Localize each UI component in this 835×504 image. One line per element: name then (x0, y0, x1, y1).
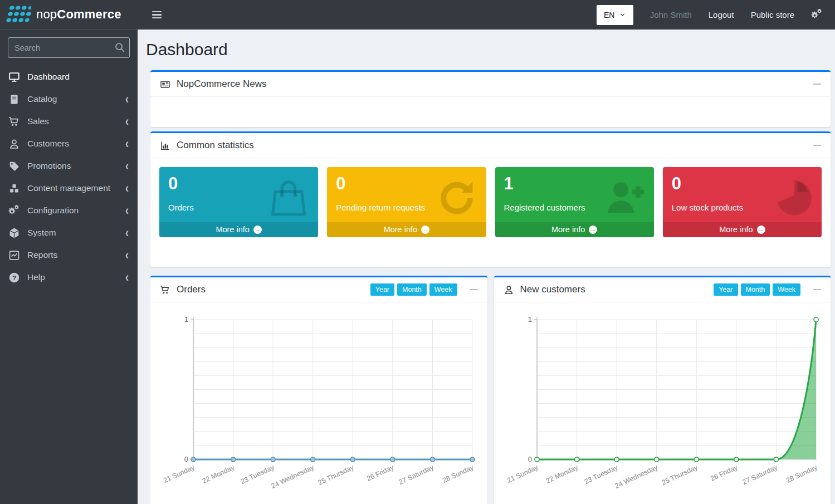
svg-text:27 Saturday: 27 Saturday (741, 463, 779, 486)
sidebar-item-system[interactable]: System ‹ (0, 222, 138, 244)
sidebar-item-dashboard[interactable]: Dashboard (0, 66, 138, 88)
sidebar-item-label: Help (27, 272, 45, 282)
language-select[interactable]: EN (597, 5, 633, 25)
month-button[interactable]: Month (397, 283, 427, 296)
search-input[interactable] (8, 37, 130, 58)
user-icon (504, 285, 514, 295)
orders-chart-title: Orders (160, 284, 206, 295)
chevron-left-icon: ‹ (125, 272, 129, 282)
chevron-left-icon: ‹ (125, 228, 129, 238)
svg-text:22 Monday: 22 Monday (544, 463, 579, 485)
monitor-icon (8, 71, 20, 83)
chevron-left-icon: ‹ (125, 161, 129, 171)
svg-text:1: 1 (184, 315, 188, 324)
language-value: EN (604, 11, 614, 19)
search-icon[interactable] (114, 41, 126, 53)
topbar: EN John Smith Logout Public store (138, 0, 835, 30)
svg-text:1: 1 (528, 315, 531, 324)
chevron-left-icon: ‹ (125, 94, 129, 104)
more-info-link[interactable]: More info → (159, 222, 318, 237)
more-info-link[interactable]: More info → (495, 222, 654, 237)
sidebar-item-configuration[interactable]: Configuration ‹ (0, 199, 138, 222)
more-info-link[interactable]: More info → (663, 222, 822, 237)
sidebar-item-label: Promotions (27, 161, 71, 171)
chevron-left-icon: ‹ (125, 205, 129, 216)
brand-name: nopCommerce (36, 7, 121, 22)
box-icon (8, 227, 20, 239)
bar-chart-icon (160, 140, 170, 151)
sidebar-item-label: Content management (27, 183, 110, 193)
public-store-link[interactable]: Public store (751, 10, 794, 19)
main-area: EN John Smith Logout Public store Dashbo… (138, 0, 835, 504)
collapse-button[interactable] (813, 84, 821, 85)
orders-chart-header: Orders Year Month Week (150, 277, 487, 302)
sidebar-item-help[interactable]: Help ‹ (0, 266, 138, 288)
collapse-button[interactable] (470, 289, 478, 291)
sidebar-item-label: Catalog (27, 94, 57, 104)
sidebar-item-reports[interactable]: Reports ‹ (0, 244, 138, 266)
week-button[interactable]: Week (429, 283, 457, 296)
hamburger-menu-icon[interactable] (151, 9, 163, 21)
chart-line-icon (8, 249, 20, 261)
month-button[interactable]: Month (741, 283, 770, 296)
year-button[interactable]: Year (714, 283, 738, 296)
chevron-left-icon: ‹ (125, 250, 129, 260)
new-customers-chart-panel: New customers Year Month Week 1021 Sunda… (494, 276, 831, 504)
common-statistics-title: Common statistics (160, 140, 254, 151)
collapse-button[interactable] (813, 289, 821, 291)
newspaper-icon (160, 79, 170, 90)
cubes-icon (8, 183, 20, 194)
charts-row: Orders Year Month Week 1021 Sunday22 Mon… (150, 276, 831, 504)
sidebar-item-sales[interactable]: Sales ‹ (0, 110, 138, 133)
tag-icon (8, 160, 20, 172)
user-name: John Smith (650, 10, 692, 19)
brand[interactable]: nopCommerce (0, 0, 138, 30)
stat-value: 0 (336, 174, 477, 193)
sidebar: nopCommerce Dashboard Catalog ‹ Sales ‹ (0, 0, 138, 504)
question-icon (8, 272, 20, 283)
new-customers-chart: 1021 Sunday22 Monday23 Tuesday24 Wednesd… (503, 307, 822, 492)
stat-label: Orders (168, 203, 309, 212)
sidebar-item-customers[interactable]: Customers ‹ (0, 133, 138, 155)
svg-text:0: 0 (528, 455, 531, 463)
stat-box-registered-customers: 1 Registered customers More info → (495, 167, 654, 237)
news-panel-body (150, 97, 831, 127)
chevron-left-icon: ‹ (125, 183, 129, 193)
sidebar-item-content-management[interactable]: Content management ‹ (0, 177, 138, 199)
book-icon (8, 94, 20, 105)
year-button[interactable]: Year (370, 283, 394, 296)
news-panel-header: NopCommerce News (150, 72, 831, 97)
stat-boxes-row: 0 Orders More info → 0 Pending return re… (150, 158, 831, 267)
week-button[interactable]: Week (773, 283, 800, 296)
collapse-button[interactable] (813, 145, 821, 146)
circle-arrow-right-icon: → (253, 226, 262, 234)
stat-value: 0 (672, 174, 813, 193)
svg-text:22 Monday: 22 Monday (201, 463, 236, 485)
chevron-left-icon: ‹ (125, 116, 129, 126)
svg-text:27 Saturday: 27 Saturday (398, 463, 436, 486)
common-statistics-header: Common statistics (150, 133, 831, 158)
cart-icon (8, 116, 20, 128)
logout-link[interactable]: Logout (709, 10, 734, 19)
stat-box-orders: 0 Orders More info → (159, 167, 318, 237)
sidebar-item-label: Sales (27, 116, 49, 126)
chevron-left-icon: ‹ (125, 139, 129, 149)
stat-box-low-stock: 0 Low stock products More info → (663, 167, 822, 237)
stat-label: Pending return requests (336, 203, 477, 212)
svg-text:0: 0 (184, 455, 188, 463)
svg-text:24 Wednesday: 24 Wednesday (613, 463, 659, 490)
customers-period-buttons: Year Month Week (714, 283, 800, 296)
sidebar-item-label: System (27, 228, 56, 238)
settings-gears-icon[interactable] (811, 9, 823, 21)
topbar-right: EN John Smith Logout Public store (597, 5, 823, 25)
svg-text:21 Sunday: 21 Sunday (506, 463, 540, 485)
stat-value: 0 (168, 174, 309, 193)
sidebar-item-promotions[interactable]: Promotions ‹ (0, 155, 138, 177)
sidebar-item-catalog[interactable]: Catalog ‹ (0, 88, 138, 110)
orders-chart-panel: Orders Year Month Week 1021 Sunday22 Mon… (150, 276, 487, 504)
more-info-link[interactable]: More info → (327, 222, 486, 237)
new-customers-chart-title: New customers (504, 284, 585, 295)
content: Dashboard NopCommerce News Common (138, 30, 835, 504)
orders-period-buttons: Year Month Week (370, 283, 457, 296)
stat-value: 1 (504, 174, 645, 193)
